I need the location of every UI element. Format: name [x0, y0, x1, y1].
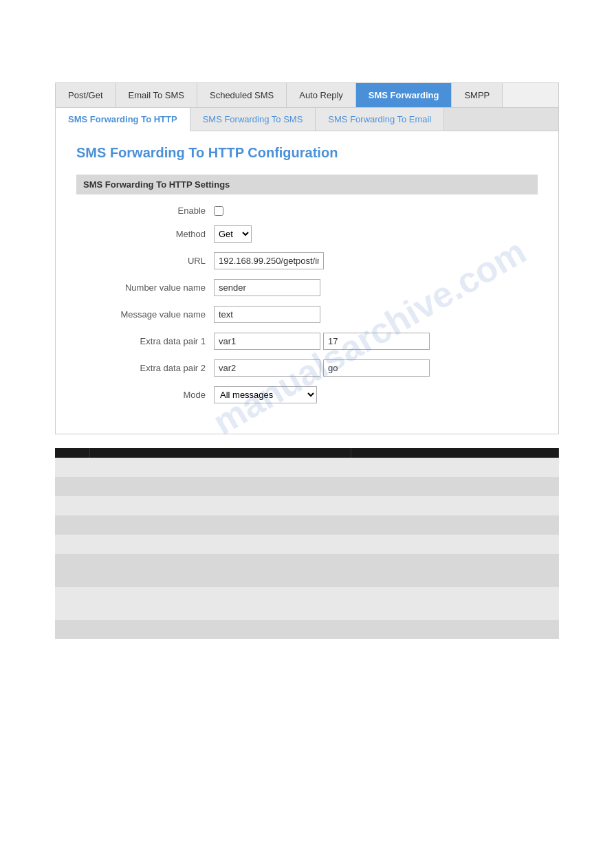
table-cell	[351, 477, 559, 496]
main-tabs: Post/Get Email To SMS Scheduled SMS Auto…	[55, 82, 559, 107]
url-label: URL	[76, 256, 214, 266]
tab-post-get[interactable]: Post/Get	[56, 83, 116, 107]
extra-data-pair-2-val-input[interactable]	[323, 359, 430, 377]
table-cell	[89, 496, 351, 515]
table-cell	[55, 458, 89, 477]
table-row	[55, 477, 559, 496]
table-cell	[351, 535, 559, 554]
tab-auto-reply[interactable]: Auto Reply	[287, 83, 356, 107]
table-cell	[351, 458, 559, 477]
sub-tab-sms[interactable]: SMS Forwarding To SMS	[190, 108, 316, 131]
table-row	[55, 587, 559, 620]
sub-tab-http[interactable]: SMS Forwarding To HTTP	[56, 108, 190, 131]
method-label: Method	[76, 229, 214, 239]
number-value-name-input[interactable]	[214, 279, 320, 296]
tab-scheduled-sms[interactable]: Scheduled SMS	[197, 83, 287, 107]
tab-sms-forwarding[interactable]: SMS Forwarding	[356, 83, 452, 107]
enable-label: Enable	[76, 205, 214, 216]
extra-data-pair-2-label: Extra data pair 2	[76, 363, 214, 373]
table-cell	[55, 554, 89, 587]
section-header: SMS Forwarding To HTTP Settings	[76, 175, 538, 194]
table-cell	[89, 554, 351, 587]
extra-data-pair-1-key-input[interactable]	[214, 333, 320, 350]
table-cell	[55, 535, 89, 554]
number-value-name-label: Number value name	[76, 282, 214, 293]
sub-tab-email[interactable]: SMS Forwarding To Email	[316, 108, 444, 131]
table-cell	[89, 587, 351, 620]
url-input[interactable]	[214, 252, 324, 269]
table-row	[55, 620, 559, 639]
extra-data-pair-1-val-input[interactable]	[323, 333, 430, 350]
method-select[interactable]: Get Post	[214, 225, 252, 243]
table-row	[55, 515, 559, 535]
extra-data-pair-2-row: Extra data pair 2	[76, 359, 538, 377]
table-cell	[351, 587, 559, 620]
sub-tabs: SMS Forwarding To HTTP SMS Forwarding To…	[56, 108, 558, 131]
mode-select[interactable]: All messages Incoming only Outgoing only	[214, 386, 317, 403]
table-row	[55, 554, 559, 587]
message-value-name-row: Message value name	[76, 306, 538, 323]
table-header-col1	[55, 448, 89, 458]
table-row	[55, 496, 559, 515]
table-cell	[89, 535, 351, 554]
table-header-col2	[89, 448, 351, 458]
table-cell	[55, 496, 89, 515]
bottom-table	[55, 448, 559, 639]
mode-row: Mode All messages Incoming only Outgoing…	[76, 386, 538, 403]
extra-data-pair-1-label: Extra data pair 1	[76, 336, 214, 346]
enable-checkbox[interactable]	[214, 206, 223, 216]
table-cell	[89, 515, 351, 535]
table-row	[55, 535, 559, 554]
content-box: SMS Forwarding To HTTP SMS Forwarding To…	[55, 107, 559, 434]
enable-row: Enable	[76, 205, 538, 216]
table-cell	[55, 477, 89, 496]
table-cell	[89, 477, 351, 496]
table-cell	[55, 515, 89, 535]
tab-smpp[interactable]: SMPP	[452, 83, 503, 107]
table-cell	[55, 587, 89, 620]
extra-data-pair-2-key-input[interactable]	[214, 359, 320, 377]
table-cell	[89, 620, 351, 639]
extra-data-pair-1-row: Extra data pair 1	[76, 333, 538, 350]
form-area: SMS Forwarding To HTTP Configuration SMS…	[56, 131, 558, 434]
method-row: Method Get Post	[76, 225, 538, 243]
table-cell	[351, 620, 559, 639]
table-cell	[351, 496, 559, 515]
tab-email-to-sms[interactable]: Email To SMS	[116, 83, 197, 107]
table-header-col3	[351, 448, 559, 458]
form-title: SMS Forwarding To HTTP Configuration	[76, 145, 538, 161]
table-cell	[351, 554, 559, 587]
table-cell	[89, 458, 351, 477]
number-value-name-row: Number value name	[76, 279, 538, 296]
message-value-name-label: Message value name	[76, 309, 214, 320]
table-row	[55, 458, 559, 477]
table-cell	[55, 620, 89, 639]
message-value-name-input[interactable]	[214, 306, 320, 323]
mode-label: Mode	[76, 390, 214, 400]
url-row: URL	[76, 252, 538, 269]
table-cell	[351, 515, 559, 535]
